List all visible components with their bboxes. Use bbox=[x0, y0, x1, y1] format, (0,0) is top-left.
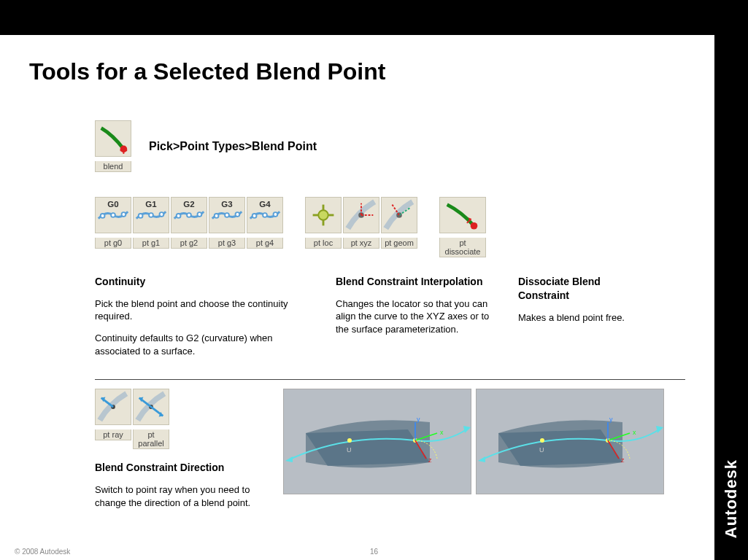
pt-ray-label: pt ray bbox=[95, 429, 131, 440]
continuity-p1: Pick the blend point and choose the cont… bbox=[95, 298, 314, 323]
pt-g1-label: pt g1 bbox=[133, 238, 169, 249]
continuity-heading: Continuity bbox=[95, 275, 314, 289]
svg-text:y: y bbox=[609, 416, 613, 423]
pt-geom-icon[interactable] bbox=[381, 197, 417, 233]
autodesk-logo: Autodesk bbox=[722, 459, 741, 538]
continuity-icon-strip: G0 pt g0 G1 pt g1 bbox=[95, 197, 283, 257]
interpolation-icon-strip: pt loc pt xyz pt bbox=[305, 197, 417, 257]
svg-text:G2: G2 bbox=[183, 200, 194, 209]
svg-text:y: y bbox=[417, 416, 420, 423]
direction-heading: Blend Constraint Direction bbox=[95, 461, 263, 475]
svg-point-32 bbox=[471, 222, 478, 230]
svg-point-3 bbox=[122, 212, 126, 217]
svg-point-1 bbox=[101, 214, 105, 218]
pt-ray-icon[interactable] bbox=[95, 389, 131, 425]
svg-point-10 bbox=[187, 213, 191, 217]
svg-point-13 bbox=[215, 214, 219, 218]
pt-g4-icon[interactable]: G4 bbox=[247, 197, 283, 233]
continuity-p2: Continuity defaults to G2 (curvature) wh… bbox=[95, 332, 314, 357]
pt-g1-icon[interactable]: G1 bbox=[133, 197, 169, 233]
pt-parallel-icon[interactable] bbox=[133, 389, 169, 425]
pt-xyz-icon[interactable] bbox=[343, 197, 379, 233]
blend-icon-label: blend bbox=[95, 161, 131, 172]
svg-marker-53 bbox=[656, 426, 663, 433]
svg-text:x: x bbox=[440, 429, 444, 436]
viewport-right: x z y U bbox=[476, 389, 664, 494]
pt-dissociate-icon[interactable] bbox=[439, 197, 486, 233]
page-number: 16 bbox=[370, 548, 378, 556]
interpolation-section: Blend Constraint Interpolation Changes t… bbox=[336, 275, 496, 366]
svg-point-7 bbox=[160, 212, 164, 217]
slide-content: Tools for a Selected Blend Point blend P… bbox=[0, 35, 714, 526]
svg-text:G0: G0 bbox=[107, 200, 118, 209]
pt-g3-label: pt g3 bbox=[209, 238, 245, 249]
blend-icon[interactable] bbox=[95, 120, 131, 157]
svg-text:U: U bbox=[539, 446, 544, 454]
svg-point-9 bbox=[177, 214, 181, 218]
pt-dissociate-label: pt dissociate bbox=[439, 238, 486, 257]
svg-point-15 bbox=[236, 212, 240, 217]
continuity-section: Continuity Pick the blend point and choo… bbox=[95, 275, 314, 366]
pt-loc-label: pt loc bbox=[305, 238, 342, 249]
svg-text:G3: G3 bbox=[221, 200, 232, 209]
svg-point-43 bbox=[347, 438, 352, 443]
svg-point-14 bbox=[225, 213, 229, 217]
svg-marker-42 bbox=[463, 426, 471, 433]
svg-point-2 bbox=[111, 213, 115, 217]
dissociate-section: Dissociate Blend Constraint Makes a blen… bbox=[518, 275, 628, 366]
pt-parallel-label: pt parallel bbox=[133, 429, 169, 449]
direction-section: Blend Constraint Direction Switch to poi… bbox=[95, 461, 263, 509]
pt-g0-icon[interactable]: G0 bbox=[95, 197, 131, 233]
dissociate-icon-strip: pt dissociate bbox=[439, 197, 486, 257]
pt-g0-label: pt g0 bbox=[95, 238, 131, 249]
svg-text:z: z bbox=[621, 456, 625, 464]
direction-icon-strip: pt ray pt parallel bbox=[95, 389, 263, 449]
pt-geom-label: pt geom bbox=[381, 238, 417, 249]
dissociate-p1: Makes a blend point free. bbox=[518, 311, 628, 324]
top-black-bar bbox=[0, 0, 714, 35]
pt-g2-label: pt g2 bbox=[171, 238, 207, 249]
svg-point-17 bbox=[252, 214, 257, 218]
direction-p1: Switch to point ray when you need to cha… bbox=[95, 483, 263, 509]
section-divider bbox=[95, 379, 685, 380]
svg-text:U: U bbox=[347, 446, 352, 454]
svg-point-11 bbox=[198, 212, 202, 217]
pt-loc-icon[interactable] bbox=[305, 197, 342, 233]
pt-g2-icon[interactable]: G2 bbox=[171, 197, 207, 233]
svg-text:z: z bbox=[428, 456, 432, 464]
pt-g3-icon[interactable]: G3 bbox=[209, 197, 245, 233]
svg-point-18 bbox=[263, 213, 267, 217]
blend-menu-path: Pick>Point Types>Blend Point bbox=[149, 140, 317, 153]
svg-marker-41 bbox=[285, 456, 293, 462]
viewport-left: x z y U bbox=[283, 389, 471, 494]
svg-text:x: x bbox=[633, 429, 636, 436]
svg-point-5 bbox=[139, 214, 143, 218]
svg-point-54 bbox=[540, 438, 544, 443]
pt-g4-label: pt g4 bbox=[247, 238, 283, 249]
svg-point-6 bbox=[149, 213, 153, 217]
blend-tool-row: blend Pick>Point Types>Blend Point bbox=[95, 120, 685, 172]
svg-point-19 bbox=[274, 212, 278, 217]
svg-text:G4: G4 bbox=[259, 200, 271, 209]
interpolation-p1: Changes the locator so that you can alig… bbox=[336, 298, 496, 336]
right-brand-bar: Autodesk bbox=[714, 0, 748, 560]
svg-point-21 bbox=[318, 210, 328, 219]
interpolation-heading: Blend Constraint Interpolation bbox=[336, 275, 496, 289]
dissociate-heading: Dissociate Blend Constraint bbox=[518, 275, 628, 303]
slide-title: Tools for a Selected Blend Point bbox=[29, 58, 685, 85]
svg-marker-52 bbox=[478, 456, 485, 462]
svg-text:G1: G1 bbox=[145, 200, 157, 209]
copyright-footer: © 2008 Autodesk bbox=[15, 548, 70, 556]
pt-xyz-label: pt xyz bbox=[343, 238, 379, 249]
blend-tool-icon-cell: blend bbox=[95, 120, 131, 172]
